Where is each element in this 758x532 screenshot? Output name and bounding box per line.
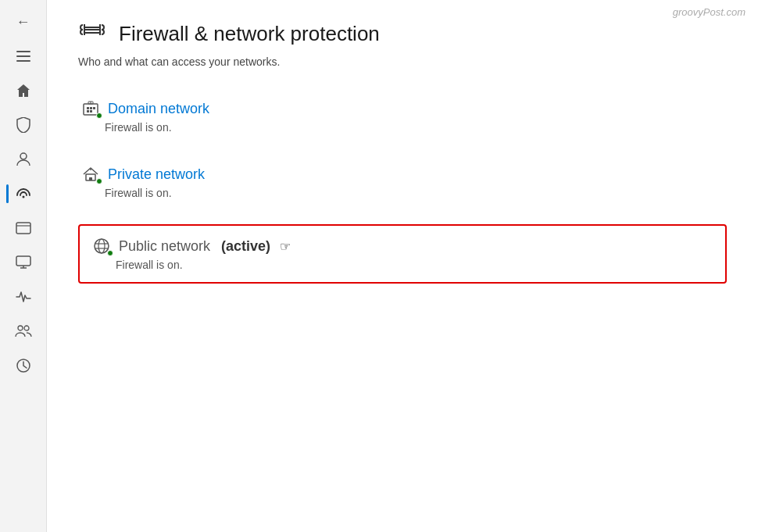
private-network-status: Firewall is on.	[105, 187, 724, 199]
domain-network-link[interactable]: Domain network	[108, 101, 209, 117]
page-header: Firewall & network protection	[78, 19, 727, 49]
svg-point-11	[24, 326, 29, 330]
domain-network-status: Firewall is on.	[105, 121, 724, 134]
private-network-icon	[81, 165, 100, 184]
public-network-header: Public network (active) ☞	[92, 237, 713, 255]
sidebar-item-family[interactable]	[8, 316, 39, 347]
sidebar-item-menu[interactable]	[8, 41, 39, 72]
svg-rect-1	[16, 55, 30, 57]
svg-rect-27	[89, 177, 92, 180]
svg-point-3	[20, 153, 27, 159]
sidebar-item-history[interactable]	[8, 350, 39, 381]
domain-network-header: Domain network	[81, 99, 724, 118]
main-content: groovyPost.com Firewall & network protec…	[47, 0, 758, 532]
domain-network-icon	[81, 99, 100, 118]
svg-point-29	[95, 239, 109, 253]
public-network-status: Firewall is on.	[116, 259, 713, 271]
sidebar-item-account[interactable]	[8, 144, 39, 175]
domain-network-item: Domain network Firewall is on.	[78, 93, 727, 140]
svg-point-4	[22, 196, 24, 198]
sidebar-item-home[interactable]	[8, 75, 39, 106]
svg-point-10	[18, 326, 23, 330]
svg-rect-20	[90, 107, 92, 109]
public-network-name: Public network	[119, 238, 210, 255]
svg-rect-5	[16, 223, 30, 234]
sidebar-item-security[interactable]	[8, 109, 39, 141]
svg-rect-2	[16, 60, 30, 62]
svg-rect-22	[90, 110, 92, 112]
firewall-icon	[78, 19, 106, 49]
page-subtitle: Who and what can access your networks.	[78, 55, 727, 68]
public-network-item[interactable]: Public network (active) ☞ Firewall is on…	[78, 224, 727, 284]
sidebar-item-device[interactable]	[8, 247, 39, 278]
svg-rect-7	[16, 256, 30, 266]
private-network-header: Private network	[81, 165, 724, 184]
private-network-item: Private network Firewall is on.	[78, 159, 727, 205]
sidebar-item-back[interactable]: ←	[8, 6, 39, 37]
page-title: Firewall & network protection	[119, 22, 380, 46]
svg-point-30	[98, 239, 105, 253]
sidebar-item-network[interactable]	[8, 178, 39, 209]
sidebar: ←	[0, 0, 47, 532]
public-network-icon	[92, 237, 111, 255]
cursor-icon: ☞	[280, 239, 291, 254]
svg-rect-19	[87, 107, 89, 109]
sidebar-item-browser[interactable]	[8, 212, 39, 244]
svg-rect-25	[93, 107, 95, 109]
svg-rect-21	[87, 110, 89, 112]
public-network-active-badge: (active)	[221, 238, 270, 255]
private-network-link[interactable]: Private network	[108, 166, 205, 183]
svg-rect-0	[16, 51, 30, 52]
sidebar-item-health[interactable]	[8, 281, 39, 312]
watermark: groovyPost.com	[673, 6, 745, 18]
